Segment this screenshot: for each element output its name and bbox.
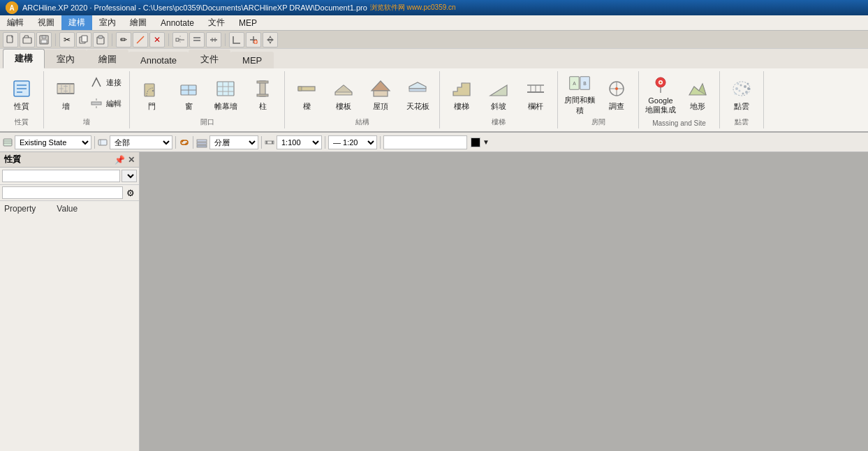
svg-point-80 [615,87,618,90]
layer-select[interactable]: 分層 [209,135,258,149]
color-picker[interactable]: ▼ [383,135,490,149]
settings-icon-btn[interactable]: ⚙ [124,186,137,199]
tab-build[interactable]: 建構 [3,49,45,68]
menu-interior[interactable]: 室內 [92,15,123,30]
open-button[interactable] [20,32,35,47]
floor-btn[interactable]: 樓板 [326,73,361,116]
ribbon-content: 性質 性質 [0,68,868,133]
menu-edit[interactable]: 編輯 [0,15,31,30]
svg-rect-15 [193,37,200,38]
tab-draw[interactable]: 繪圖 [87,50,128,68]
svg-rect-8 [82,36,87,42]
railing-btn[interactable]: 欄杆 [518,73,553,116]
plus-button[interactable] [246,32,261,47]
menu-bar: 編輯 視圖 建構 室內 繪圖 Annotate 文件 MEP [0,15,868,31]
svg-rect-39 [91,102,101,105]
scale-select[interactable]: 1:100 [277,135,322,149]
svg-text:A: A [9,4,14,12]
view-select[interactable]: 全部 [110,135,172,149]
view-icon [98,138,108,147]
paste-button[interactable] [93,32,108,47]
group-wall-label: 墻 [83,116,90,127]
window-btn[interactable]: 窗 [171,73,206,116]
sep-2 [112,34,112,46]
svg-rect-47 [217,82,234,96]
offset-button[interactable] [206,32,221,47]
panel-close-button[interactable]: ✕ [128,155,135,165]
delete-button[interactable]: ✕ [149,32,165,47]
group-property: 性質 性質 [0,71,44,128]
ceiling-btn[interactable]: 天花板 [400,73,435,116]
sep-4 [225,34,226,46]
wall-edit-btn[interactable]: 編輯 [85,94,125,113]
menu-document[interactable]: 文件 [201,15,232,30]
group-structure: 樑 樓板 [285,71,440,128]
survey-btn[interactable]: 調查 [599,73,634,116]
wall-btn[interactable]: 墻 [48,73,83,116]
save-button[interactable] [36,32,52,47]
tab-document[interactable]: 文件 [189,50,230,68]
copy-button[interactable] [76,32,91,47]
menu-annotate[interactable]: Annotate [154,15,201,30]
property-value-input[interactable] [2,186,123,199]
lineweight-selector: — 1:20 [328,135,377,149]
existing-state-select[interactable]: Existing State [15,135,91,149]
terrain-btn[interactable]: 地形 [680,73,715,116]
property-filter-select[interactable] [122,170,137,182]
svg-rect-12 [176,38,179,41]
new-button[interactable] [3,32,18,47]
google-maps-btn[interactable]: Google地圖集成 [643,73,678,116]
wall-connect-btn[interactable]: 連接 [85,73,125,92]
sub-sep-4 [261,136,262,149]
door-btn[interactable]: 門 [134,73,169,116]
ribbon: 建構 室內 繪圖 Annotate 文件 MEP [0,49,868,133]
watermark-label: 浏览软件网 www.pc0359.cn [370,3,456,13]
beam-btn[interactable]: 樑 [289,73,324,116]
state-icon [3,138,13,147]
svg-line-11 [137,36,144,43]
pencil-button[interactable]: ✏ [116,32,131,47]
menu-view[interactable]: 視圖 [31,15,61,30]
property-filter [0,168,139,185]
lineweight-select[interactable]: — 1:20 [328,135,377,149]
roof-btn[interactable]: 屋頂 [363,73,398,116]
menu-build[interactable]: 建構 [61,15,92,30]
color-swatch[interactable] [471,138,480,147]
room-area-btn[interactable]: A B 房間和麵積 [562,73,597,116]
group-pointcloud: 點雲 點雲 [720,71,764,128]
color-dropdown-arrow[interactable]: ▼ [483,138,490,146]
canvas-area[interactable] [140,152,868,451]
panel-header: 性質 📌 ✕ [0,152,139,168]
snap-button[interactable] [172,32,188,47]
title-bar: A ARCHline.XP 2020 · Professional - C:\U… [0,0,868,15]
group-wall: 墻 連接 [44,71,130,128]
svg-rect-10 [98,36,103,38]
tab-interior[interactable]: 室內 [45,50,87,68]
curtainwall-btn[interactable]: 帷幕墻 [208,73,243,116]
tab-annotate[interactable]: Annotate [128,52,189,68]
property-btn[interactable]: 性質 [4,73,39,116]
svg-rect-100 [98,140,107,145]
svg-rect-102 [197,140,207,142]
column-btn[interactable]: 柱 [245,73,280,116]
color-input[interactable] [383,135,467,149]
slope-btn[interactable]: 斜坡 [481,73,516,116]
move-button[interactable] [263,32,278,47]
tab-mep[interactable]: MEP [230,52,274,68]
svg-rect-103 [197,142,207,145]
sub-toolbar: Existing State 全部 分層 [0,133,868,152]
align-button[interactable] [189,32,205,47]
value-col-header: Value [57,204,78,214]
corner-button[interactable] [229,32,244,47]
link-item[interactable] [179,137,190,148]
pointcloud-btn[interactable]: 點雲 [724,73,759,116]
stair-btn[interactable]: 樓梯 [444,73,479,116]
cut-button[interactable]: ✂ [59,32,75,47]
line-button[interactable] [133,32,148,47]
panel-pin-button[interactable]: 📌 [115,155,125,165]
property-search-input[interactable] [2,170,120,182]
menu-mep[interactable]: MEP [232,15,264,30]
menu-draw[interactable]: 繪圖 [123,15,154,30]
sep-1 [55,34,56,46]
group-stair-label: 樓梯 [492,116,506,127]
